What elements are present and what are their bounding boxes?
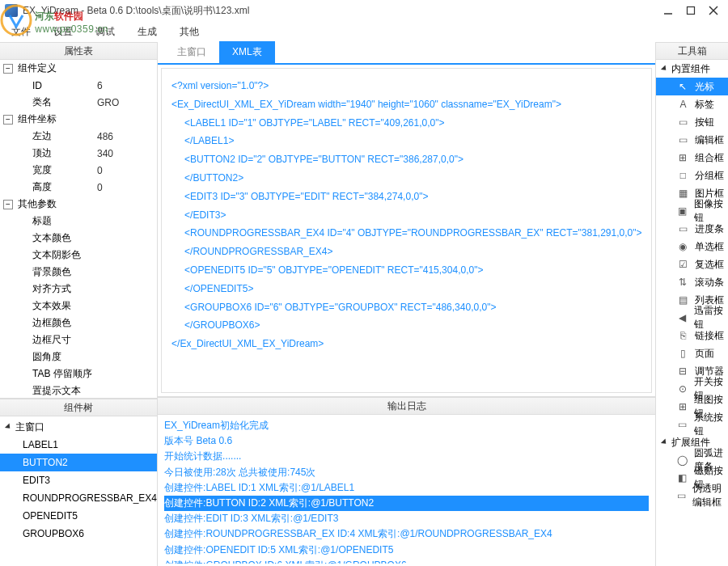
tool-icon: A	[677, 99, 688, 110]
tool-分组框[interactable]: □分组框	[656, 167, 728, 184]
tab-XML表[interactable]: XML表	[219, 41, 275, 63]
tool-icon: ⊙	[677, 383, 687, 395]
prop-row[interactable]: 边框尺寸	[0, 332, 157, 348]
log-line[interactable]: 创建控件:GROUPBOX ID:6 XML索引:@1/GROUPBOX6	[164, 558, 649, 564]
center-tabs: 主窗口XML表	[158, 42, 655, 65]
prop-row[interactable]: 高度0	[0, 179, 157, 196]
menu-文件[interactable]: 文件	[11, 25, 31, 39]
log-line[interactable]: EX_YiDream初始化完成	[164, 418, 649, 433]
prop-row[interactable]: 标题	[0, 213, 157, 230]
tool-链接框[interactable]: ⎘链接框	[656, 327, 728, 344]
close-button[interactable]	[709, 6, 718, 15]
xml-line: </Ex_DirectUI_XML_EX_YiDream>	[171, 335, 641, 353]
prop-row[interactable]: 左边486	[0, 128, 157, 145]
tree-item[interactable]: OPENEDIT5	[0, 507, 157, 525]
prop-row[interactable]: 置提示文本	[0, 382, 157, 398]
window-title: EX_YiDream - Beta 0.6 D:\tools\桌面\说明书\12…	[23, 4, 663, 18]
menu-其他[interactable]: 其他	[180, 25, 199, 39]
tool-icon: ▦	[677, 188, 688, 199]
prop-row[interactable]: 背景颜色	[0, 264, 157, 281]
tool-光标[interactable]: ↖光标	[656, 78, 728, 95]
prop-row[interactable]: 类名GRO	[0, 94, 157, 111]
prop-row[interactable]: 文本阴影色	[0, 247, 157, 264]
prop-group[interactable]: −组件坐标	[0, 111, 157, 128]
log-line[interactable]: 创建控件:OPENEDIT ID:5 XML索引:@1/OPENEDIT5	[164, 543, 649, 558]
xml-line: <EDIT3 ID="3" OBJTYPE="EDIT" RECT="384,2…	[171, 188, 641, 206]
tool-图像按钮[interactable]: ▣图像按钮	[656, 202, 728, 220]
tool-页面[interactable]: ▯页面	[656, 344, 728, 362]
tool-icon: ↖	[677, 81, 688, 92]
tool-icon: ☑	[677, 259, 688, 270]
tool-icon: ◧	[677, 472, 687, 484]
tree-item[interactable]: EDIT3	[0, 471, 157, 489]
tool-icon: ⇅	[677, 277, 688, 288]
log-line[interactable]: 版本号 Beta 0.6	[164, 433, 649, 449]
prop-row[interactable]: 边框颜色	[0, 315, 157, 332]
tool-编辑框[interactable]: ▭编辑框	[656, 131, 728, 149]
minimize-button[interactable]	[663, 6, 673, 15]
tool-伪透明编辑框[interactable]: ▭伪透明编辑框	[656, 487, 728, 505]
prop-group[interactable]: −组件定义	[0, 60, 157, 77]
tool-icon: ▭	[677, 419, 687, 430]
tool-icon: ▭	[677, 134, 688, 146]
toolbox: 内置组件↖光标A标签▭按钮▭编辑框⊞组合框□分组框▦图片框▣图像按钮▭进度条◉单…	[656, 60, 728, 564]
prop-row[interactable]: 宽度0	[0, 162, 157, 179]
xml-line: </EDIT3>	[171, 206, 641, 225]
expand-icon[interactable]: −	[3, 200, 13, 209]
prop-row[interactable]: TAB 停留顺序	[0, 365, 157, 382]
log-line[interactable]: 创建控件:BUTTON ID:2 XML索引:@1/BUTTON2	[164, 496, 649, 511]
menu-生成[interactable]: 生成	[138, 25, 157, 39]
menubar: 文件设置调试生成其他	[0, 21, 728, 42]
prop-row[interactable]: 文本颜色	[0, 230, 157, 247]
xml-line: <Ex_DirectUI_XML_EX_YiDream width="1940"…	[171, 95, 641, 114]
tree-root[interactable]: 主窗口	[0, 418, 157, 436]
tool-滚动条[interactable]: ⇅滚动条	[656, 273, 728, 291]
tool-icon: ⊟	[677, 365, 688, 377]
xml-line: <BUTTON2 ID="2" OBJTYPE="BUTTON" RECT="3…	[171, 150, 641, 169]
titlebar: EX_YiDream - Beta 0.6 D:\tools\桌面\说明书\12…	[0, 0, 728, 21]
tree-item[interactable]: LABEL1	[0, 436, 157, 454]
maximize-button[interactable]	[686, 6, 696, 15]
xml-line: </LABEL1>	[171, 132, 641, 150]
tool-单选框[interactable]: ◉单选框	[656, 238, 728, 256]
tool-进度条[interactable]: ▭进度条	[656, 220, 728, 238]
app-icon	[5, 4, 18, 17]
log-output[interactable]: EX_YiDream初始化完成版本号 Beta 0.6开始统计数据.......…	[158, 415, 655, 564]
expand-icon[interactable]: −	[3, 115, 13, 125]
tool-icon: ▯	[677, 348, 688, 359]
xml-line: </OPENEDIT5>	[171, 280, 641, 298]
log-line[interactable]: 开始统计数据.......	[164, 449, 649, 464]
tool-组合框[interactable]: ⊞组合框	[656, 149, 728, 167]
prop-group[interactable]: −其他参数	[0, 196, 157, 213]
prop-row[interactable]: 对齐方式	[0, 281, 157, 298]
tool-迅雷按钮[interactable]: ◀迅雷按钮	[656, 309, 728, 327]
tab-主窗口[interactable]: 主窗口	[164, 41, 219, 63]
tool-icon: ◯	[677, 454, 688, 466]
xml-view[interactable]: <?xml version="1.0"?><Ex_DirectUI_XML_EX…	[161, 68, 652, 393]
tool-复选框[interactable]: ☑复选框	[656, 256, 728, 273]
prop-row[interactable]: 顶边340	[0, 145, 157, 162]
tree-item[interactable]: ROUNDPROGRESSBAR_EX4	[0, 489, 157, 507]
tool-icon: ▭	[677, 116, 688, 128]
chevron-down-icon	[661, 438, 668, 446]
log-line[interactable]: 创建控件:ROUNDPROGRESSBAR_EX ID:4 XML索引:@1/R…	[164, 526, 649, 542]
tool-group[interactable]: 内置组件	[656, 60, 728, 78]
log-line[interactable]: 创建控件:EDIT ID:3 XML索引:@1/EDIT3	[164, 511, 649, 526]
menu-设置[interactable]: 设置	[53, 25, 73, 39]
prop-row[interactable]: 文本效果	[0, 298, 157, 315]
expand-icon[interactable]: −	[3, 64, 13, 74]
menu-调试[interactable]: 调试	[95, 25, 115, 39]
tool-系统按钮[interactable]: ▭系统按钮	[656, 416, 728, 433]
prop-row[interactable]: ID6	[0, 77, 157, 94]
log-line[interactable]: 今日被使用:28次 总共被使用:745次	[164, 465, 649, 480]
log-line[interactable]: 创建控件:LABEL ID:1 XML索引:@1/LABEL1	[164, 480, 649, 496]
prop-row[interactable]: 圆角度	[0, 348, 157, 365]
svg-rect-2	[688, 7, 695, 15]
chevron-down-icon	[661, 65, 668, 72]
tool-标签[interactable]: A标签	[656, 95, 728, 113]
tool-icon: ⎘	[677, 330, 688, 341]
tree-item[interactable]: BUTTON2	[0, 454, 157, 471]
tool-按钮[interactable]: ▭按钮	[656, 113, 728, 131]
tree-item[interactable]: GROUPBOX6	[0, 525, 157, 543]
xml-line: <LABEL1 ID="1" OBJTYPE="LABEL" RECT="409…	[171, 114, 641, 133]
